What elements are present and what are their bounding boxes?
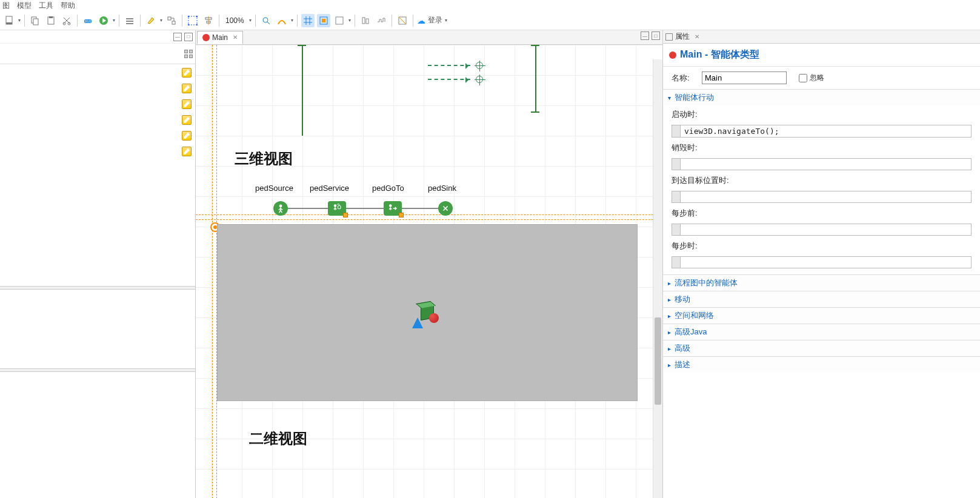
build-button[interactable]: 010 xyxy=(81,14,95,27)
toolbar-button[interactable] xyxy=(396,14,409,27)
project-tree-item[interactable] xyxy=(4,67,192,79)
name-label: 名称: xyxy=(672,73,696,84)
tab-label: Main xyxy=(212,33,228,42)
caret-right-icon: ▸ xyxy=(668,313,671,319)
project-tree-item[interactable] xyxy=(4,82,192,95)
section-advanced[interactable]: ▸高级 xyxy=(663,340,980,356)
toolbar-button[interactable] xyxy=(375,14,388,27)
toolbar-button[interactable] xyxy=(165,14,178,27)
on-startup-field[interactable]: view3D.navigateTo(); xyxy=(680,125,972,138)
edit-icon xyxy=(182,131,192,141)
section-agent-actions[interactable]: ▾ 智能体行动 xyxy=(663,90,980,105)
toolbar-button[interactable] xyxy=(333,14,346,27)
editor-tab-main[interactable]: Main ✕ xyxy=(197,31,243,44)
svg-rect-3 xyxy=(33,19,38,25)
section-description[interactable]: ▸描述 xyxy=(663,357,980,373)
block-label: pedSource xyxy=(255,184,293,193)
toolbar-button[interactable] xyxy=(2,14,16,27)
snap-toggle-button[interactable] xyxy=(317,14,330,27)
maximize-button[interactable]: □ xyxy=(184,33,193,41)
properties-title: Main - 智能体类型 xyxy=(680,48,759,61)
dropdown-caret-icon[interactable]: ▾ xyxy=(113,18,115,23)
code-handle[interactable] xyxy=(672,256,680,268)
copy-button[interactable] xyxy=(28,14,42,27)
_service-block[interactable] xyxy=(328,201,346,216)
properties-tab[interactable]: 属性 ✕ xyxy=(663,30,980,44)
ignore-checkbox[interactable] xyxy=(799,74,807,82)
target-icon xyxy=(476,62,483,69)
highlight-button[interactable] xyxy=(144,14,158,27)
warning-icon xyxy=(399,213,404,217)
dropdown-caret-icon[interactable]: ▾ xyxy=(18,18,21,23)
zoom-level[interactable]: 100% xyxy=(223,16,247,25)
svg-point-20 xyxy=(188,24,190,25)
code-handle[interactable] xyxy=(672,191,680,203)
vertical-scrollbar[interactable] xyxy=(653,59,662,498)
svg-rect-12 xyxy=(126,18,133,19)
minimize-button[interactable]: — xyxy=(641,32,649,40)
code-handle[interactable] xyxy=(672,224,680,236)
section-movement[interactable]: ▸移动 xyxy=(663,291,980,307)
code-handle[interactable] xyxy=(672,125,680,138)
maximize-button[interactable]: □ xyxy=(652,32,660,40)
svg-rect-26 xyxy=(322,19,325,22)
menu-item[interactable]: 图 xyxy=(2,1,10,11)
menu-item[interactable]: 工具 xyxy=(39,1,53,11)
paste-button[interactable] xyxy=(44,14,58,27)
menu-item[interactable]: 帮助 xyxy=(61,1,75,11)
on-destroy-field[interactable] xyxy=(680,158,972,170)
section-agents-in-flowchart[interactable]: ▸流程图中的智能体 xyxy=(663,275,980,291)
login-button[interactable]: ☁ 登录 ▾ xyxy=(417,15,447,25)
on-step-field[interactable] xyxy=(680,256,972,268)
canvas[interactable]: 三维视图 二维视图 pedSource pedService pedGoTo xyxy=(196,45,662,498)
main-menu: 图 模型 工具 帮助 xyxy=(0,0,980,11)
project-tree-item[interactable] xyxy=(4,130,192,142)
dropdown-caret-icon[interactable]: ▾ xyxy=(348,18,351,23)
svg-point-24 xyxy=(263,18,268,22)
cloud-icon: ☁ xyxy=(417,16,425,25)
minimize-button[interactable]: — xyxy=(173,33,182,41)
dropdown-caret-icon[interactable]: ▾ xyxy=(160,18,162,23)
on-arrival-field[interactable] xyxy=(680,191,972,203)
properties-panel: 属性 ✕ Main - 智能体类型 名称: 忽略 ▾ 智能体行动 启动时: xyxy=(663,30,980,498)
toolbar-button[interactable] xyxy=(123,14,136,27)
main-toolbar: ▾ 010 ▾ ▾ 100% ▾ ▾ ▾ ☁ 登录 ▾ xyxy=(0,11,980,30)
toolbar-button[interactable] xyxy=(359,14,372,27)
svg-text:010: 010 xyxy=(85,19,92,23)
section-label: 描述 xyxy=(675,359,690,370)
run-button[interactable] xyxy=(97,14,110,27)
code-handle[interactable] xyxy=(672,158,680,170)
field-label: 每步时: xyxy=(672,241,972,251)
close-icon[interactable]: ✕ xyxy=(233,34,238,41)
editor-area: Main ✕ — □ xyxy=(196,30,663,498)
grid-toggle-button[interactable] xyxy=(301,14,315,27)
ped-sink-block[interactable] xyxy=(438,201,453,216)
svg-rect-33 xyxy=(338,206,341,209)
view3d-window[interactable] xyxy=(217,224,638,401)
search-button[interactable] xyxy=(259,14,273,27)
project-tree-item[interactable] xyxy=(4,114,192,126)
before-step-field[interactable] xyxy=(680,224,972,236)
ped-goto-block[interactable] xyxy=(384,201,402,216)
close-icon[interactable]: ✕ xyxy=(695,33,699,40)
measure-button[interactable] xyxy=(275,14,288,27)
ped-source-block[interactable] xyxy=(273,201,288,216)
section-advanced-java[interactable]: ▸高级Java xyxy=(663,324,980,340)
section-space-network[interactable]: ▸空间和网络 xyxy=(663,308,980,324)
project-tree-item[interactable] xyxy=(4,98,192,110)
ignore-label: 忽略 xyxy=(810,73,824,83)
svg-rect-27 xyxy=(336,17,343,24)
dropdown-caret-icon[interactable]: ▾ xyxy=(249,18,252,23)
cut-button[interactable] xyxy=(60,14,73,27)
menu-item[interactable]: 模型 xyxy=(17,1,32,11)
select-all-button[interactable] xyxy=(186,14,199,27)
caret-down-icon: ▾ xyxy=(668,95,671,101)
align-button[interactable] xyxy=(202,14,215,27)
dropdown-caret-icon[interactable]: ▾ xyxy=(291,18,293,23)
project-tree-item[interactable] xyxy=(4,145,192,158)
apps-icon[interactable] xyxy=(184,50,193,58)
caret-right-icon: ▸ xyxy=(668,296,671,303)
project-panel: — □ xyxy=(0,30,196,498)
name-input[interactable] xyxy=(702,71,787,84)
caret-right-icon: ▸ xyxy=(668,362,671,368)
